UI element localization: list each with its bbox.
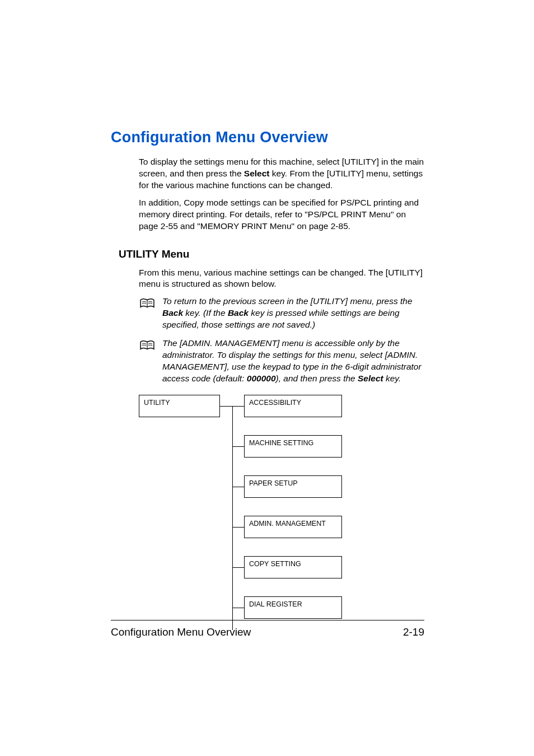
access-code-default: 000000 [247,374,276,383]
footer-title: Configuration Menu Overview [111,626,251,638]
tree-connector [232,406,244,407]
utility-menu-heading: UTILITY Menu [119,248,424,260]
page: Configuration Menu Overview To display t… [0,0,534,756]
intro-paragraph-2: In addition, Copy mode settings can be s… [139,197,424,232]
tree-item-admin-management: ADMIN. MANAGEMENT [244,516,342,538]
back-key-label: Back [228,308,249,318]
book-icon [139,297,156,311]
note-2: The [ADMIN. MANAGEMENT] menu is accessib… [139,338,424,385]
body-block: To display the settings menu for this ma… [139,156,424,232]
tree-item-dial-register: DIAL REGISTER [244,596,342,619]
select-key-label: Select [244,169,270,178]
back-key-label: Back [162,308,183,318]
content-area: Configuration Menu Overview To display t… [111,129,424,641]
tree-connector [232,446,244,447]
tree-item-accessibility: ACCESSIBILITY [244,395,342,417]
note-1: To return to the previous screen in the … [139,296,424,331]
select-key-label: Select [358,374,383,383]
utility-body: From this menu, various machine settings… [139,267,424,641]
menu-tree: UTILITY ACCESSIBILITY MACHINE SETTING PA… [139,395,424,641]
intro-paragraph-1: To display the settings menu for this ma… [139,156,424,192]
utility-intro: From this menu, various machine settings… [139,267,424,291]
tree-item-machine-setting: MACHINE SETTING [244,435,342,458]
tree-connector [232,527,244,528]
tree-connector [232,567,244,568]
note-2-text: The [ADMIN. MANAGEMENT] menu is accessib… [162,338,424,385]
tree-item-copy-setting: COPY SETTING [244,556,342,578]
tree-connector [232,608,244,608]
tree-connector [220,406,232,407]
book-icon [139,339,156,353]
note-1-text: To return to the previous screen in the … [162,296,424,331]
tree-spine [232,406,233,630]
text: To return to the previous screen in the … [162,296,413,306]
tree-root-utility: UTILITY [139,395,220,417]
page-number: 2-19 [403,626,424,638]
tree-item-paper-setup: PAPER SETUP [244,475,342,498]
page-footer: Configuration Menu Overview 2-19 [111,620,424,638]
main-title: Configuration Menu Overview [111,129,424,146]
text: key. [383,374,401,383]
text: ), and then press the [276,374,358,383]
tree-connector [232,487,244,487]
text: key. (If the [183,308,228,318]
